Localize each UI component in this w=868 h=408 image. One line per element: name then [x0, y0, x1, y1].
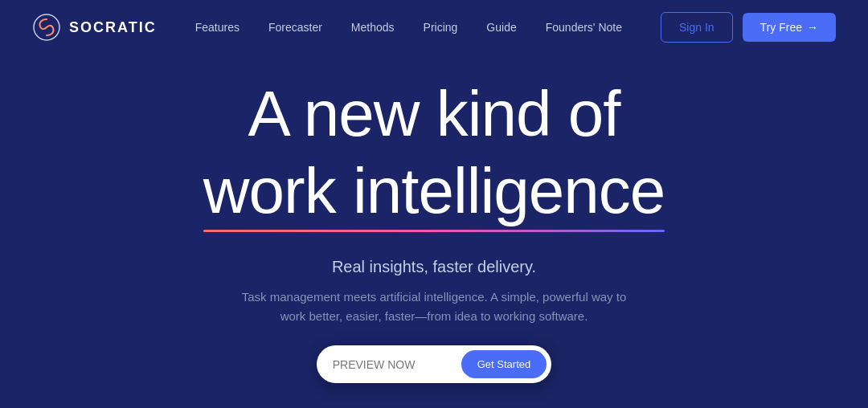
- nav-founders-note[interactable]: Founders' Note: [546, 21, 622, 34]
- nav-links: Features Forecaster Methods Pricing Guid…: [195, 20, 622, 35]
- hero-title-block: A new kind of work intelligence: [203, 79, 665, 239]
- logo-link[interactable]: SOCRATIC: [32, 13, 157, 42]
- nav-pricing[interactable]: Pricing: [424, 21, 458, 34]
- hero-content: A new kind of work intelligence Real ins…: [0, 55, 868, 399]
- hero-title-line1: A new kind of: [203, 79, 665, 149]
- nav-guide[interactable]: Guide: [486, 21, 516, 34]
- nav-actions: Sign In Try Free →: [661, 12, 836, 43]
- tryfree-arrow: →: [807, 21, 818, 34]
- hero-cta-container: Get Started: [317, 345, 551, 383]
- hero-subtitle: Real insights, faster delivery.: [332, 258, 536, 276]
- title-underline: [203, 230, 665, 232]
- tryfree-button[interactable]: Try Free →: [743, 13, 836, 42]
- navbar: SOCRATIC Features Forecaster Methods Pri…: [0, 0, 868, 55]
- signin-button[interactable]: Sign In: [661, 12, 733, 43]
- hero-description: Task management meets artificial intelli…: [233, 288, 635, 326]
- tryfree-label: Try Free: [760, 21, 802, 34]
- nav-methods[interactable]: Methods: [351, 21, 395, 34]
- hero-title-line2: work intelligence: [203, 156, 665, 226]
- cta-input[interactable]: [333, 353, 461, 376]
- hero-section: A new kind of work intelligence Real ins…: [0, 55, 868, 399]
- nav-features[interactable]: Features: [195, 21, 240, 34]
- logo-icon: [32, 13, 61, 42]
- hero-title-line2-container: work intelligence: [203, 156, 665, 232]
- cta-button[interactable]: Get Started: [461, 350, 547, 378]
- nav-forecaster[interactable]: Forecaster: [268, 21, 322, 34]
- brand-name: SOCRATIC: [69, 19, 157, 36]
